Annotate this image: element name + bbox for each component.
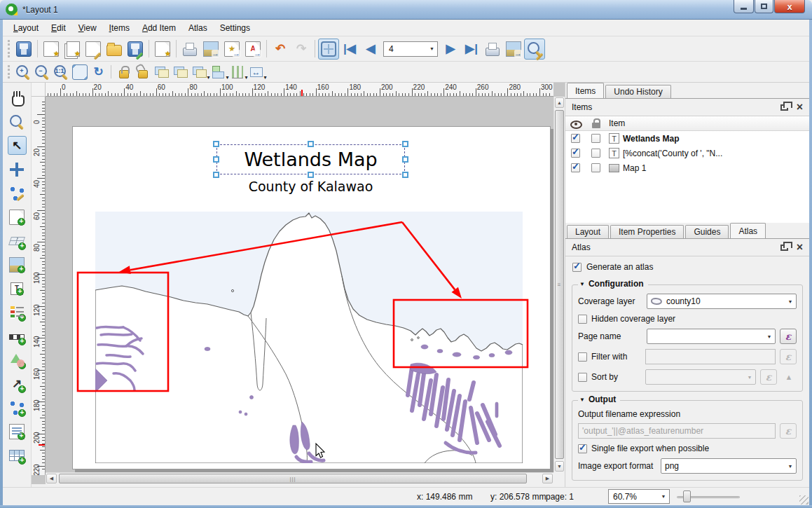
selection-handle[interactable] <box>402 156 408 163</box>
atlas-feature-combo[interactable]: 4▼ <box>383 41 438 57</box>
add-node-item-button[interactable]: + <box>8 398 27 417</box>
tab-guides[interactable]: Guides <box>685 225 729 238</box>
vertical-scroll-thumb[interactable]: ≡ <box>555 110 564 459</box>
title-label-item[interactable]: Wetlands Map <box>216 144 405 174</box>
layout-manager-button[interactable] <box>83 39 104 60</box>
scroll-right-button[interactable]: ▶ <box>542 474 553 483</box>
zoom-slider-handle[interactable] <box>683 490 691 502</box>
zoom-level-combo[interactable]: 60.7% ▼ <box>608 489 670 504</box>
save-project-button[interactable] <box>13 39 34 60</box>
sort-by-checkbox[interactable] <box>578 373 587 382</box>
tab-layout[interactable]: Layout <box>567 225 609 238</box>
tab-undo-history[interactable]: Undo History <box>605 85 670 98</box>
selection-handle[interactable] <box>213 156 219 163</box>
selection-handle[interactable] <box>213 141 219 147</box>
close-panel-icon[interactable]: × <box>797 242 803 253</box>
scroll-down-button[interactable]: ▼ <box>555 461 564 472</box>
add-picture-button[interactable]: + <box>8 255 27 274</box>
item-visibility-checkbox[interactable] <box>571 149 580 158</box>
add-label-button[interactable]: T+ <box>8 279 27 298</box>
zoom-actual-button[interactable]: 1:1 <box>51 62 70 81</box>
export-as-image-button[interactable]: → <box>200 39 221 60</box>
export-atlas-button[interactable]: → <box>503 39 524 60</box>
ungroup-items-button[interactable] <box>171 62 190 81</box>
page-subtitle[interactable]: County of Kalawao <box>216 179 405 194</box>
redo-button[interactable]: ↷ <box>291 39 312 60</box>
edit-nodes-tool-button[interactable] <box>8 184 27 202</box>
collapse-triangle-icon[interactable]: ▼ <box>579 281 585 287</box>
close-panel-icon[interactable]: × <box>797 102 803 113</box>
layout-page[interactable]: Wetlands Map County of Kalawao <box>72 126 551 469</box>
duplicate-layout-button[interactable]: ★ <box>62 39 83 60</box>
menu-edit[interactable]: Edit <box>45 21 72 35</box>
menu-add-item[interactable]: Add Item <box>136 21 182 35</box>
print-layout-button[interactable] <box>179 39 200 60</box>
atlas-next-feature-button[interactable]: ▶ <box>440 39 461 60</box>
item-lock-checkbox[interactable] <box>591 149 600 158</box>
hidden-coverage-checkbox[interactable] <box>578 315 587 324</box>
selection-handle[interactable] <box>213 172 219 178</box>
filter-expression-field[interactable] <box>645 349 776 364</box>
menu-layout[interactable]: Layout <box>7 21 45 35</box>
add-pages-button[interactable]: ★ <box>152 39 173 60</box>
page-name-combo[interactable]: ▼ <box>647 329 776 344</box>
item-visibility-checkbox[interactable] <box>571 163 580 172</box>
filter-with-checkbox[interactable] <box>578 352 587 362</box>
coverage-layer-combo[interactable]: county10 ▼ <box>647 294 797 309</box>
output-filename-field[interactable]: 'output_'||@atlas_featurenumber <box>578 423 776 439</box>
atlas-preview-button[interactable] <box>318 39 339 60</box>
float-panel-icon[interactable] <box>780 104 788 111</box>
toolbar-handle[interactable] <box>8 40 11 57</box>
pan-tool-button[interactable] <box>8 88 27 107</box>
page-name-expression-button[interactable]: ε <box>780 329 797 344</box>
atlas-settings-button[interactable] <box>524 39 545 60</box>
select-move-item-tool-button[interactable]: ↖ <box>8 136 27 155</box>
add-html-button[interactable]: + <box>8 422 27 441</box>
selection-handle[interactable] <box>402 172 408 178</box>
table-row[interactable]: TWetlands Map <box>565 131 809 146</box>
sort-expression-button[interactable]: ε <box>760 369 777 385</box>
zoom-out-button[interactable]: − <box>32 62 51 81</box>
resize-grip[interactable] <box>799 495 808 504</box>
menu-atlas[interactable]: Atlas <box>182 21 214 35</box>
horizontal-scrollbar[interactable]: ◀ ||| ▶ <box>46 472 553 484</box>
minimize-button[interactable] <box>734 0 754 13</box>
lock-selected-items-button[interactable] <box>114 62 133 81</box>
tab-atlas[interactable]: Atlas <box>730 223 766 238</box>
table-row[interactable]: T[%concat('County of ', "N... <box>565 146 809 160</box>
collapse-triangle-icon[interactable]: ▼ <box>579 397 585 403</box>
export-as-pdf-button[interactable]: A→ <box>242 39 263 60</box>
close-button[interactable]: x <box>774 0 805 13</box>
refresh-view-button[interactable]: ↻ <box>89 62 108 81</box>
image-export-format-combo[interactable]: png ▼ <box>661 458 797 474</box>
add-3d-map-button[interactable]: + <box>8 231 27 250</box>
zoom-full-button[interactable] <box>70 62 89 81</box>
zoom-tool-button[interactable] <box>8 112 27 131</box>
float-panel-icon[interactable] <box>780 245 788 251</box>
add-shape-button[interactable]: + <box>8 350 27 369</box>
map-item[interactable] <box>95 212 523 463</box>
sort-by-combo[interactable]: ▼ <box>645 369 756 385</box>
selection-handle[interactable] <box>308 172 314 178</box>
atlas-first-feature-button[interactable]: |◀ <box>339 39 360 60</box>
undo-button[interactable]: ↶ <box>270 39 291 60</box>
add-scale-bar-button[interactable]: + <box>8 327 27 345</box>
raise-selected-items-button[interactable]: ▾ <box>190 62 209 81</box>
unlock-all-items-button[interactable] <box>133 62 152 81</box>
add-legend-button[interactable]: + <box>8 303 27 322</box>
scroll-up-button[interactable]: ▲ <box>555 97 564 108</box>
single-file-export-checkbox[interactable] <box>578 444 587 453</box>
layout-canvas[interactable]: 0204060801001201401601802002202402602803… <box>32 83 565 487</box>
atlas-previous-feature-button[interactable]: ◀ <box>360 39 381 60</box>
zoom-in-button[interactable]: + <box>13 62 32 81</box>
selection-handle[interactable] <box>308 141 314 147</box>
menu-items[interactable]: Items <box>103 21 136 35</box>
menu-view[interactable]: View <box>72 21 103 35</box>
filter-expression-button[interactable]: ε <box>780 349 797 364</box>
item-lock-checkbox[interactable] <box>591 163 600 172</box>
move-item-content-tool-button[interactable] <box>8 160 27 179</box>
group-items-button[interactable] <box>152 62 171 81</box>
tab-items[interactable]: Items <box>567 83 604 98</box>
open-layout-button[interactable] <box>104 39 125 60</box>
add-arrow-button[interactable]: ↗+ <box>8 374 27 393</box>
